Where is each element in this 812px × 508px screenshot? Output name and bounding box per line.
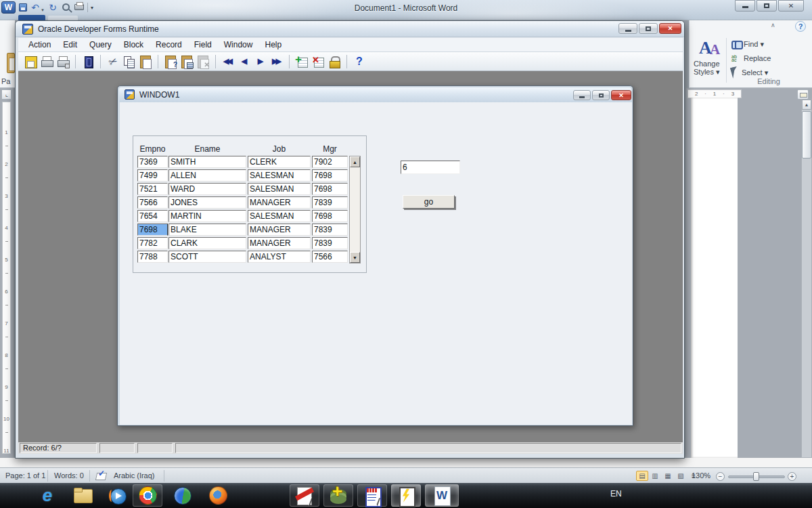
table-cell[interactable]: MANAGER	[248, 237, 311, 249]
save-icon[interactable]	[19, 3, 27, 12]
next-record-icon[interactable]: ▶	[254, 55, 267, 68]
table-cell[interactable]: ANALYST	[248, 251, 311, 263]
table-cell[interactable]: SALESMAN	[248, 210, 311, 222]
zoom-in-button[interactable]: +	[788, 472, 796, 481]
copy-icon[interactable]	[122, 55, 136, 68]
print-preview-icon[interactable]	[62, 3, 70, 11]
print-icon[interactable]	[40, 55, 53, 68]
table-cell[interactable]: BLAKE	[168, 224, 246, 236]
table-cell[interactable]: 7369	[137, 156, 168, 168]
save-icon[interactable]	[24, 55, 37, 68]
forms-minimize-button[interactable]	[618, 23, 637, 34]
menu-window[interactable]: Window	[218, 38, 259, 51]
taskbar-windows-explorer[interactable]	[70, 484, 95, 507]
undo-icon[interactable]: ↶	[30, 1, 41, 14]
table-cell[interactable]: CLERK	[248, 156, 311, 168]
taskbar-internet-explorer[interactable]: e	[35, 484, 60, 507]
menu-block[interactable]: Block	[118, 38, 150, 51]
spellcheck-icon[interactable]	[96, 471, 106, 480]
table-cell[interactable]: MANAGER	[248, 224, 311, 236]
window1-titlebar[interactable]: WINDOW1 ✕	[119, 87, 631, 102]
table-cell[interactable]: 7839	[312, 237, 348, 249]
word-count[interactable]: Words: 0	[54, 471, 84, 480]
language-indicator[interactable]: EN	[610, 489, 622, 499]
table-cell[interactable]: CLARK	[168, 237, 246, 249]
table-cell[interactable]: 7566	[137, 196, 168, 209]
taskbar-oracle-layers[interactable]	[323, 484, 353, 507]
number-input[interactable]: 6	[401, 161, 460, 174]
word-app-icon[interactable]: W	[1, 1, 16, 14]
next-block-icon[interactable]: ▶▶	[270, 55, 284, 68]
window1-close-button[interactable]: ✕	[611, 90, 631, 100]
cancel-query-icon[interactable]: ✕	[196, 55, 210, 68]
window1-minimize-button[interactable]	[573, 90, 591, 100]
taskbar-globe-app[interactable]	[171, 484, 195, 507]
taskbar-forms-builder[interactable]	[357, 484, 387, 507]
taskbar-media-player[interactable]	[106, 484, 130, 507]
help-icon[interactable]: ?	[353, 55, 366, 68]
table-cell[interactable]: 7698	[312, 169, 348, 182]
delete-record-icon[interactable]: ✕	[311, 55, 325, 68]
previous-record-icon[interactable]: ◀	[238, 55, 251, 68]
table-cell[interactable]: MANAGER	[248, 196, 311, 209]
scroll-down-icon[interactable]: ▼	[350, 252, 360, 263]
enter-query-icon[interactable]: ?	[164, 55, 177, 68]
menu-query[interactable]: Query	[83, 38, 118, 51]
redo-icon[interactable]: ↻	[47, 1, 58, 14]
paste-icon[interactable]	[139, 55, 152, 68]
execute-query-icon[interactable]	[180, 55, 194, 68]
window1-restore-button[interactable]	[592, 90, 610, 100]
taskbar-firefox[interactable]	[206, 484, 230, 507]
table-cell[interactable]: JONES	[168, 196, 246, 209]
view-outline-button[interactable]: ▧	[675, 471, 687, 481]
view-print-layout-button[interactable]: ▤	[636, 471, 648, 481]
ribbon-help-icon[interactable]: ?	[795, 21, 806, 32]
forms-close-button[interactable]: ✕	[659, 23, 681, 34]
zoom-out-button[interactable]: −	[716, 472, 725, 481]
table-cell[interactable]: 7782	[137, 237, 168, 249]
word-minimize-button[interactable]	[735, 0, 755, 12]
table-cell[interactable]: MARTIN	[168, 210, 246, 222]
paste-clipboard-icon[interactable]	[7, 53, 15, 73]
scroll-up-icon[interactable]: ▲	[350, 156, 360, 167]
scroll-up-icon[interactable]: ▲	[802, 100, 811, 110]
table-cell[interactable]: 7839	[312, 224, 348, 236]
change-styles-button[interactable]: Change	[694, 60, 720, 68]
menu-record[interactable]: Record	[150, 38, 188, 51]
view-fullscreen-reading-button[interactable]: ▥	[649, 471, 661, 481]
menu-field[interactable]: Field	[188, 38, 218, 51]
zoom-level[interactable]: 130%	[692, 471, 710, 480]
table-cell[interactable]: SMITH	[168, 156, 246, 168]
print-setup-icon[interactable]	[56, 55, 70, 68]
table-cell[interactable]: 7902	[312, 156, 348, 168]
taskbar-oracle-docs[interactable]	[290, 484, 319, 507]
zoom-slider-thumb[interactable]	[753, 472, 759, 481]
page-count[interactable]: Page: 1 of 1	[5, 471, 45, 480]
table-cell[interactable]: 7521	[137, 183, 168, 195]
exit-icon[interactable]	[81, 55, 95, 68]
word-close-button[interactable]: ✕	[778, 0, 804, 12]
scrollbar-thumb[interactable]	[802, 111, 811, 158]
change-styles-button-line2[interactable]: Styles ▾	[694, 68, 720, 77]
table-cell[interactable]: WARD	[168, 183, 246, 195]
table-cell[interactable]: 7698	[312, 183, 348, 195]
find-button[interactable]: Find ▾	[731, 38, 806, 50]
table-cell[interactable]: 7698	[312, 210, 348, 222]
word-vertical-scrollbar[interactable]: ▲	[801, 99, 812, 458]
taskbar-word[interactable]: W	[425, 484, 459, 507]
record-scrollbar[interactable]: ▲ ▼	[349, 156, 361, 263]
quick-print-icon[interactable]	[74, 4, 84, 10]
table-cell[interactable]: 7839	[312, 196, 348, 209]
menu-action[interactable]: Action	[22, 38, 57, 51]
table-cell[interactable]: 7499	[137, 169, 168, 182]
file-tab-fragment[interactable]	[18, 15, 45, 20]
language-status[interactable]: Arabic (Iraq)	[114, 471, 155, 480]
table-cell[interactable]: 7788	[137, 251, 168, 263]
table-cell[interactable]: SCOTT	[168, 251, 246, 263]
table-cell[interactable]: 7566	[312, 251, 348, 263]
selected-cell[interactable]: 7698	[137, 224, 168, 236]
table-cell[interactable]: ALLEN	[168, 169, 246, 182]
forms-titlebar[interactable]: Oracle Developer Forms Runtime ✕	[16, 21, 684, 37]
lock-record-icon[interactable]	[328, 55, 341, 68]
table-cell[interactable]: SALESMAN	[248, 183, 311, 195]
